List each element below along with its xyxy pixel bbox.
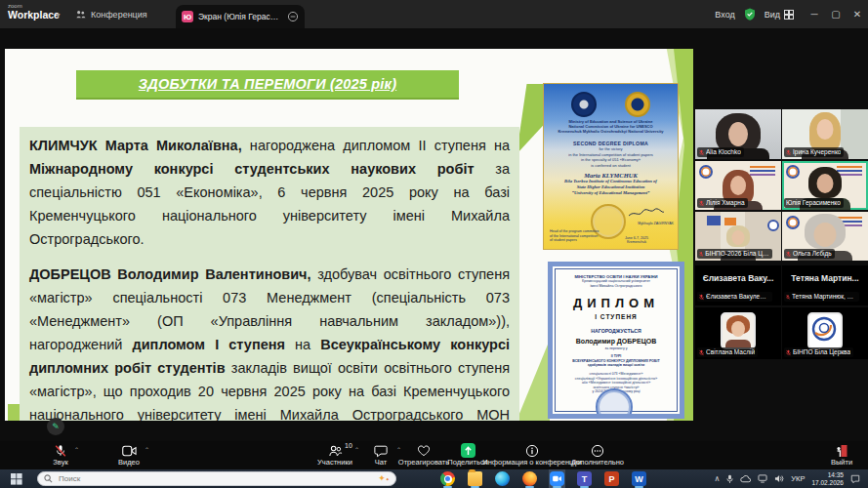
participant-display-name: Єлизавета Ваку...: [695, 273, 781, 283]
brand-name: Workplace: [8, 10, 60, 20]
participant-name-label: Ольга Лєбідь: [784, 249, 835, 259]
university-emblem-icon: [571, 92, 597, 117]
diploma-image-klymchuk: Ministry of Education and Science of Ukr…: [543, 83, 679, 250]
info-icon: [525, 444, 539, 458]
language-indicator[interactable]: УКР: [791, 474, 805, 483]
pencil-icon: ✎: [52, 422, 60, 431]
video-tile-binpo-2026[interactable]: БІНПО-2026 Біла Церква: [695, 212, 781, 261]
chevron-down-icon[interactable]: ▼: [55, 12, 62, 19]
muted-mic-icon: [699, 294, 704, 301]
video-tile-olha[interactable]: Ольга Лєбідь: [782, 212, 868, 261]
leave-button[interactable]: Выйти: [805, 443, 868, 467]
view-button[interactable]: Вид: [765, 10, 780, 20]
tray-onedrive-icon[interactable]: [740, 475, 751, 483]
zoom-workplace-logo[interactable]: zoom Workplace: [8, 3, 60, 20]
tray-date: 17.02.2026: [811, 479, 844, 487]
maximize-button[interactable]: ▢: [825, 9, 847, 20]
video-options-chevron[interactable]: ⌃: [145, 446, 149, 453]
participant-display-name: Тетяна Мартин...: [782, 273, 868, 283]
search-icon: [44, 474, 53, 483]
muted-mic-icon: [786, 349, 791, 356]
taskbar-app-firefox[interactable]: [521, 469, 538, 488]
taskbar-app-edge[interactable]: [494, 469, 511, 488]
video-tile-binpo-logo[interactable]: БІНПО Біла Церква: [782, 307, 868, 359]
muted-mic-icon: [786, 149, 791, 156]
audio-options-chevron[interactable]: ⌃: [74, 446, 79, 453]
signin-button[interactable]: Вход: [715, 10, 734, 20]
taskbar-app-word[interactable]: W: [631, 469, 647, 488]
institute-logo-icon: [767, 220, 779, 231]
video-button[interactable]: ⌃ Видео: [92, 443, 166, 467]
participant-name-label: Світлана Маслій: [697, 347, 758, 357]
firefox-icon: [522, 471, 537, 486]
search-input[interactable]: [57, 473, 353, 484]
avatar: [721, 312, 756, 349]
taskbar-app-zoom[interactable]: [549, 469, 565, 488]
tray-speaker-icon[interactable]: [774, 474, 784, 483]
video-tile-vakulenko[interactable]: Єлизавета Ваку... Єлизавета Вакуленко: [695, 265, 781, 305]
more-button[interactable]: Дополнительно: [560, 443, 635, 467]
muted-mic-icon: [54, 444, 67, 458]
diploma-image-dobretsov: МІНІСТЕРСТВО ОСВІТИ І НАУКИ УКРАЇНИ Крем…: [548, 262, 684, 419]
video-tile-martyniuk[interactable]: Тетяна Мартин... Тетяна Мартинюк, БАЛ "В…: [782, 265, 868, 305]
close-button[interactable]: ✕: [847, 9, 868, 20]
video-tile-maslii[interactable]: Світлана Маслій: [695, 307, 781, 359]
security-shield-icon[interactable]: [744, 8, 756, 20]
binpo-logo-icon: [807, 312, 843, 349]
muted-mic-icon: [699, 200, 704, 207]
muted-mic-icon: [786, 294, 790, 301]
participants-icon: [328, 444, 343, 458]
participant-name-label: БІНПО-2026 Біла Церква: [697, 249, 772, 259]
taskbar-app-teams[interactable]: T: [576, 469, 593, 488]
notification-center-icon[interactable]: [850, 474, 860, 484]
annotation-tool-button[interactable]: ✎: [47, 418, 64, 435]
more-ellipsis-icon: [591, 444, 604, 458]
tray-network-icon[interactable]: [758, 474, 767, 483]
copilot-sparkle-icon[interactable]: ✦✦: [378, 474, 390, 483]
participant-name-label: Тетяна Мартинюк, БАЛ "В...: [784, 292, 859, 302]
taskbar-app-chrome[interactable]: [439, 469, 456, 488]
taskbar-clock[interactable]: 14:35 17.02.2026: [811, 471, 844, 487]
start-button[interactable]: [0, 473, 33, 485]
participant-name-label: Alia Klochko: [697, 147, 744, 157]
camera-icon: [122, 445, 137, 457]
participant-name-label: Єлизавета Вакуленко: [697, 292, 772, 302]
slide-decor-facet-bottom: [517, 340, 550, 421]
video-tile-khmarna[interactable]: Лілія Хмарна: [695, 161, 781, 210]
windows-taskbar: ✦✦ T P W ∧: [0, 469, 868, 488]
tray-time: 14:35: [811, 471, 844, 479]
taskbar-app-powerpoint[interactable]: P: [603, 469, 620, 488]
tab-meeting[interactable]: Конференция: [75, 0, 147, 28]
muted-mic-icon: [699, 149, 704, 156]
file-explorer-icon: [468, 471, 482, 486]
taskbar-app-explorer[interactable]: [467, 469, 483, 488]
unesco-emblem-icon: [625, 92, 650, 117]
institute-logo-icon: [786, 165, 800, 179]
view-grid-icon[interactable]: [784, 10, 794, 20]
screen-share-avatar: Ю: [182, 11, 193, 22]
video-tile-herasymenko-active-speaker[interactable]: Юлія Герасименко: [782, 161, 868, 210]
video-tile-iryna[interactable]: Ірина Кучеренко: [782, 109, 868, 159]
minimize-button[interactable]: ─: [804, 9, 825, 20]
chat-bubble-icon: [374, 444, 388, 458]
blue-stamp-icon: [596, 388, 633, 419]
tray-expand-chevron[interactable]: ∧: [714, 474, 720, 483]
taskbar-search[interactable]: ✦✦: [37, 471, 396, 486]
participant-name-label: БІНПО Біла Церква: [784, 347, 853, 357]
title-bar: zoom Workplace ▼ Конференция Ю Экран (Юл…: [0, 0, 868, 28]
collapse-circle-icon[interactable]: [287, 11, 299, 22]
heart-icon: [417, 444, 431, 457]
slide-decor-facet-top: [517, 84, 546, 154]
zoom-workplace-window: zoom Workplace ▼ Конференция Ю Экран (Юл…: [0, 0, 868, 488]
tab-meeting-label: Конференция: [91, 10, 147, 20]
windows-logo-icon: [11, 473, 22, 485]
slide-title-banner: ЗДОБУТКИ ТА ПЕРЕМОГИ (2025 рік): [76, 70, 459, 100]
video-tile-alia[interactable]: Alia Klochko: [695, 109, 781, 159]
tray-mic-icon[interactable]: [726, 474, 733, 484]
tab-shared-screen[interactable]: Ю Экран (Юлія Герасименко): [176, 5, 305, 28]
institute-logo-icon: [786, 216, 800, 229]
meeting-icon: [75, 9, 86, 20]
participant-name-label: Ірина Кучеренко: [784, 147, 844, 157]
edge-icon: [495, 471, 510, 486]
audio-button[interactable]: ⌃ Звук: [23, 443, 98, 467]
